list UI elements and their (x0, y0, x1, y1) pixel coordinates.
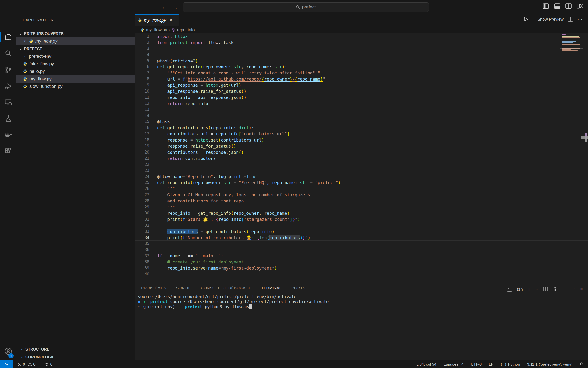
line-number: 26 (135, 186, 149, 192)
section-structure[interactable]: › STRUCTURE (17, 345, 135, 353)
tree-item-my-flow-py[interactable]: my_flow.py (17, 75, 135, 83)
file-tree: ›prefect-envfake_flow.pyhello.pymy_flow.… (17, 53, 135, 90)
line-number: 40 (135, 271, 149, 277)
remote-indicator[interactable] (0, 360, 13, 368)
account-icon[interactable] (0, 344, 17, 359)
line-number: 37 (135, 253, 149, 259)
language-mode[interactable]: { } Python (500, 362, 520, 367)
shell-label[interactable]: zsh (517, 287, 523, 292)
breadcrumb[interactable]: my_flow.py › repo_info (141, 26, 194, 33)
line-number: 20 (135, 149, 149, 155)
line-number: 5 (135, 58, 149, 64)
editor-actions: ⌄ Show Preview ··· (523, 17, 583, 22)
line-number: 33 (135, 229, 149, 235)
breadcrumb-symbol[interactable]: repo_info (177, 28, 194, 32)
panel-tab-probl-mes[interactable]: PROBLÈMES (141, 286, 166, 293)
minimap-border (584, 34, 584, 284)
search-icon (296, 5, 300, 9)
open-editor-item[interactable]: ✕my_flow.py (17, 37, 135, 45)
line-number: 3 (135, 46, 149, 52)
sidebar-more-actions[interactable]: ··· (125, 17, 131, 22)
more-actions-icon[interactable]: ··· (562, 287, 567, 291)
minimap-line (562, 35, 572, 35)
minimap-line (562, 40, 583, 40)
split-editor-icon[interactable] (568, 17, 573, 22)
close-icon[interactable]: ✕ (22, 39, 27, 44)
indentation[interactable]: Espaces : 4 (443, 362, 464, 367)
maximize-panel-icon[interactable]: ⌃ (572, 287, 575, 291)
forward-arrow-icon[interactable]: → (172, 4, 179, 11)
tree-item-fake-flow-py[interactable]: fake_flow.py (17, 60, 135, 68)
python-file-icon (23, 77, 27, 81)
terminal-line: ○ (prefect-env) → prefect python3 my_flo… (138, 304, 582, 309)
customize-layout-icon[interactable] (577, 3, 583, 9)
line-number: 9 (135, 82, 149, 88)
line-number: 27 (135, 192, 149, 198)
minimap-line (562, 42, 573, 43)
explorer-icon[interactable] (0, 29, 17, 45)
testing-icon[interactable] (0, 111, 17, 126)
split-editor-layout-icon[interactable] (565, 3, 571, 9)
notifications-bell[interactable] (579, 362, 584, 366)
code-line-11: 11 repo_info = api_response.json() (135, 94, 588, 101)
show-preview-button[interactable]: Show Preview (537, 17, 563, 22)
section-timeline[interactable]: › CHRONOLOGIE (17, 353, 135, 361)
breadcrumb-file[interactable]: my_flow.py (146, 28, 167, 32)
encoding[interactable]: UTF-8 (471, 362, 482, 367)
braces-icon: { } (500, 362, 507, 366)
minimap-line (562, 41, 575, 41)
eol[interactable]: LF (489, 362, 493, 367)
line-number: 13 (135, 107, 149, 113)
code-editor[interactable]: 1import httpx2from prefect import flow, … (135, 33, 588, 284)
run-python-file-icon[interactable] (523, 17, 528, 22)
minimap-line (562, 39, 574, 39)
python-interpreter[interactable]: 3.11.1 ('prefect-env': venv) (527, 362, 572, 367)
command-center-search[interactable]: prefect (183, 2, 429, 12)
section-open-editors[interactable]: ⌄ ÉDITEURS OUVERTS (17, 30, 135, 37)
tree-item-slow-function-py[interactable]: slow_function.py (17, 83, 135, 90)
minimap-line (562, 46, 564, 46)
tree-item-hello-py[interactable]: hello.py (17, 68, 135, 75)
terminal-output[interactable]: source /Users/henricourdent/git/prefect/… (138, 294, 582, 309)
trash-icon[interactable] (553, 287, 557, 292)
toggle-sidebar-icon[interactable] (543, 3, 549, 9)
tab-my-flow[interactable]: my_flow.py ✕ (135, 14, 179, 26)
scrollbar-slider[interactable] (581, 136, 588, 139)
back-arrow-icon[interactable]: ← (161, 4, 168, 11)
ports-status[interactable]: 0 (45, 362, 52, 367)
panel-tab-terminal[interactable]: TERMINAL (261, 286, 282, 293)
run-debug-icon[interactable] (0, 79, 17, 94)
code-line-27: 27 Given a GitHub repository, logs the n… (135, 192, 588, 198)
code-line-36: 36 (135, 247, 588, 253)
more-actions-icon[interactable]: ··· (578, 17, 583, 21)
search-icon[interactable] (0, 46, 17, 61)
minimap[interactable] (562, 34, 583, 53)
docker-icon[interactable] (0, 127, 17, 142)
panel-tab-console-de-d-bogage[interactable]: CONSOLE DE DÉBOGAGE (201, 286, 251, 293)
section-workspace[interactable]: ⌄ PREFECT (17, 45, 135, 53)
code-line-40: 40 (135, 271, 588, 277)
python-file-icon (23, 84, 27, 89)
code-line-28: 28 and contributors for that repo. (135, 198, 588, 204)
split-terminal-icon[interactable] (543, 287, 548, 292)
close-panel-icon[interactable]: ✕ (580, 286, 583, 292)
code-line-34: 34 print(f"Number of contributors 👷: {le… (135, 235, 588, 241)
toggle-panel-icon[interactable] (554, 3, 560, 9)
panel-tab-sortie[interactable]: SORTIE (176, 286, 191, 293)
tab-close-icon[interactable]: ✕ (169, 18, 173, 23)
new-terminal-icon[interactable]: + (527, 286, 531, 292)
code-line-17: 17 contributors_url = repo_info["contrib… (135, 131, 588, 137)
cursor-position[interactable]: L 34, col 54 (417, 362, 437, 367)
terminal-dropdown-icon[interactable]: ⌄ (535, 287, 538, 291)
code-line-32: 32 (135, 222, 588, 229)
problems-status[interactable]: 0 0 (18, 362, 35, 367)
source-control-icon[interactable] (0, 62, 17, 77)
remote-explorer-icon[interactable] (0, 95, 17, 110)
broadcast-icon (45, 362, 49, 366)
code-line-23: 23 (135, 168, 588, 174)
run-dropdown-icon[interactable]: ⌄ (530, 18, 533, 21)
tree-item-prefect-env[interactable]: ›prefect-env (17, 53, 135, 60)
extensions-icon[interactable] (0, 144, 17, 159)
panel-actions: zsh + ⌄ ··· ⌃ ✕ (507, 286, 583, 292)
panel-tab-ports[interactable]: PORTS (291, 286, 305, 293)
